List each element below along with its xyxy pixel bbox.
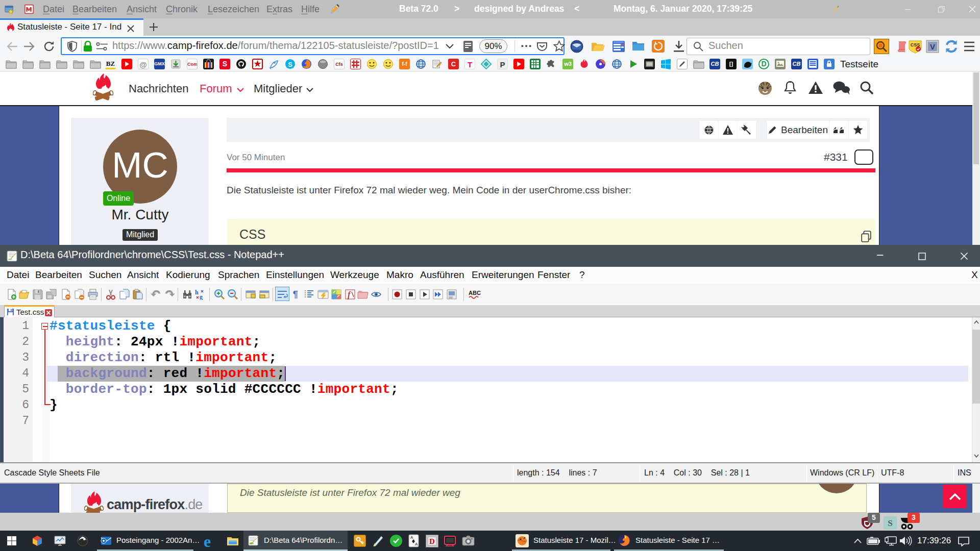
svg-text:S: S xyxy=(888,518,892,528)
svg-text:S: S xyxy=(288,61,292,68)
svg-text:V: V xyxy=(930,42,935,51)
svg-text:h: h xyxy=(195,289,199,296)
svg-text:ABC: ABC xyxy=(469,290,481,296)
svg-text:A: A xyxy=(415,542,418,546)
svg-text:g: g xyxy=(200,293,203,300)
svg-text:¶: ¶ xyxy=(293,289,298,299)
svg-text:A: A xyxy=(410,535,413,540)
